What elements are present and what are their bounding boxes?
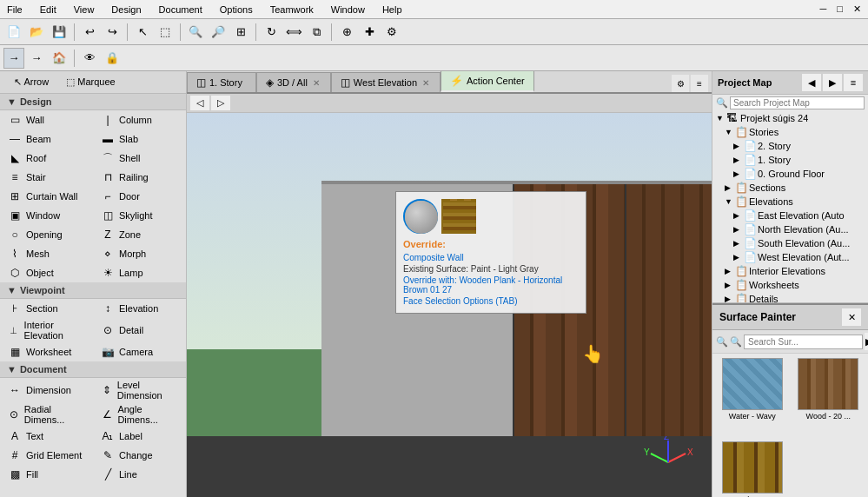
tb-new[interactable]: 📄 (3, 22, 24, 43)
tool-change[interactable]: ✎ Change (93, 446, 186, 465)
tab-settings-btn[interactable]: ⚙ (672, 75, 689, 92)
window-close[interactable]: ✕ (850, 2, 865, 17)
section-document[interactable]: ▼ Document (0, 361, 186, 378)
tb-rotate[interactable]: ↻ (261, 22, 282, 43)
tool-section[interactable]: ⊦ Section (0, 299, 93, 318)
tool-level-dimension[interactable]: ⇕ Level Dimension (93, 378, 186, 402)
tb-undo[interactable]: ↩ (79, 22, 100, 43)
tool-zone[interactable]: Z Zone (93, 225, 186, 244)
tool-camera[interactable]: 📷 Camera (93, 342, 186, 361)
tb-zoom-out[interactable]: 🔎 (208, 22, 229, 43)
tb2-home[interactable]: 🏠 (49, 48, 70, 69)
surface-painter-close[interactable]: ✕ (842, 308, 861, 326)
tab-menu-btn[interactable]: ≡ (691, 75, 708, 92)
menu-design[interactable]: Design (108, 3, 144, 17)
project-search-input[interactable] (730, 96, 865, 109)
tool-roof[interactable]: ◣ Roof (0, 149, 93, 168)
section-viewpoint[interactable]: ▼ Viewpoint (0, 282, 186, 299)
tool-opening[interactable]: ○ Opening (0, 225, 93, 244)
rp-btn-menu[interactable]: ≡ (844, 74, 863, 91)
tb-copy[interactable]: ⧉ (306, 22, 327, 43)
tb2-next-nav[interactable]: → (26, 48, 47, 69)
tool-beam[interactable]: — Beam (0, 129, 93, 149)
tool-column[interactable]: | Column (93, 110, 186, 129)
tool-mesh[interactable]: ⌇ Mesh (0, 244, 93, 263)
menu-teamwork[interactable]: Teamwork (267, 3, 317, 17)
tree-projekt[interactable]: ▼ 🏗 Projekt súgis 24 (712, 111, 868, 125)
viewport[interactable]: Override: Composite Wall Existing Surfac… (187, 113, 712, 497)
tab-west-elevation[interactable]: ◫ West Elevation ✕ (331, 72, 441, 92)
tool-elevation[interactable]: ↕ Elevation (93, 299, 186, 318)
tree-north-elev[interactable]: ▶ 📄 North Elevation (Au... (712, 222, 868, 236)
menu-edit[interactable]: Edit (36, 3, 60, 17)
tool-door[interactable]: ⌐ Door (93, 187, 186, 206)
vmb-forward[interactable]: ▷ (211, 96, 230, 110)
tb2-prev-nav[interactable]: → (3, 48, 24, 69)
tb-arrow[interactable]: ↖ (132, 22, 153, 43)
tool-morph[interactable]: ⋄ Morph (93, 244, 186, 263)
tb-zoom-in[interactable]: 🔍 (185, 22, 206, 43)
tree-story2[interactable]: ▶ 📄 2. Story (712, 139, 868, 153)
tool-radial-dimension[interactable]: ⊙ Radial Dimens... (0, 402, 93, 427)
tool-dimension[interactable]: ↔ Dimension (0, 378, 93, 402)
tool-grid-element[interactable]: # Grid Element (0, 446, 93, 465)
sp-material-wood26[interactable]: Wood - 26 27 (716, 441, 789, 498)
tree-details[interactable]: ▶ 📋 Details (712, 292, 868, 302)
menu-document[interactable]: Document (156, 3, 206, 17)
rp-btn-right[interactable]: ▶ (823, 74, 842, 91)
popup-mat-gray[interactable] (403, 199, 438, 234)
tree-stories[interactable]: ▼ 📋 Stories (712, 125, 868, 139)
tab-1story[interactable]: ◫ 1. Story (187, 72, 256, 92)
tab-west-elevation-close[interactable]: ✕ (421, 78, 431, 88)
popup-override-with[interactable]: Override with: Wooden Plank - Horizontal… (403, 275, 579, 295)
tb-redo[interactable]: ↪ (102, 22, 123, 43)
tb-settings[interactable]: ⚙ (381, 22, 402, 43)
popup-subtitle[interactable]: Composite Wall (403, 253, 579, 262)
section-design[interactable]: ▼ Design (0, 94, 186, 110)
window-restore[interactable]: □ (833, 2, 846, 17)
menu-view[interactable]: View (70, 3, 98, 17)
tb-move[interactable]: ✚ (359, 22, 380, 43)
sp-search-input[interactable] (744, 335, 863, 349)
tool-skylight[interactable]: ◫ Skylight (93, 206, 186, 225)
tb-mirror[interactable]: ⟺ (283, 22, 304, 43)
tree-elevations[interactable]: ▼ 📋 Elevations (712, 195, 868, 209)
tool-line[interactable]: ╱ Line (93, 465, 186, 484)
sp-material-wood20[interactable]: Wood - 20 ... (792, 357, 865, 437)
popup-mat-wood[interactable] (441, 199, 476, 234)
tb-save[interactable]: 💾 (49, 22, 70, 43)
tool-interior-elevation[interactable]: ⟂ Interior Elevation (0, 318, 93, 342)
tool-railing[interactable]: ⊓ Railing (93, 168, 186, 187)
tool-curtainwall[interactable]: ⊞ Curtain Wall (0, 187, 93, 206)
tool-slab[interactable]: ▬ Slab (93, 129, 186, 149)
sp-material-water[interactable]: Water - Wavy (716, 357, 789, 437)
tool-shell[interactable]: ⌒ Shell (93, 149, 186, 168)
tool-angle-dimension[interactable]: ∠ Angle Dimens... (93, 402, 186, 427)
tool-arrow[interactable]: ↖ WallArrow (7, 75, 56, 89)
vmb-back[interactable]: ◁ (190, 96, 209, 110)
tab-3d-close[interactable]: ✕ (311, 78, 321, 88)
menu-file[interactable]: File (3, 3, 26, 17)
popup-face-selection[interactable]: Face Selection Options (TAB) (403, 296, 579, 306)
tool-label[interactable]: A₁ Label (93, 427, 186, 446)
tb-find[interactable]: ⊕ (336, 22, 357, 43)
tree-sections[interactable]: ▶ 📋 Sections (712, 181, 868, 195)
tool-window[interactable]: ▣ Window (0, 206, 93, 225)
tb2-eye[interactable]: 👁 (79, 48, 100, 69)
tb-fit[interactable]: ⊞ (230, 22, 251, 43)
tool-object[interactable]: ⬡ Object (0, 263, 93, 282)
tb-open[interactable]: 📂 (26, 22, 47, 43)
sp-search-btn[interactable]: ▶ (865, 333, 868, 350)
menu-window[interactable]: Window (328, 3, 368, 17)
tab-action-center[interactable]: ⚡ Action Center (441, 71, 534, 92)
menu-help[interactable]: Help (379, 3, 406, 17)
tool-lamp[interactable]: ☀ Lamp (93, 263, 186, 282)
tb-marquee[interactable]: ⬚ (155, 22, 176, 43)
tree-interior-elevs[interactable]: ▶ 📋 Interior Elevations (712, 264, 868, 278)
tool-stair[interactable]: ≡ Stair (0, 168, 93, 187)
tool-wall[interactable]: ▭ Wall (0, 110, 93, 129)
tree-worksheets[interactable]: ▶ 📋 Worksheets (712, 278, 868, 292)
tool-text[interactable]: A Text (0, 427, 93, 446)
tool-detail[interactable]: ⊙ Detail (93, 318, 186, 342)
tool-worksheet[interactable]: ▦ Worksheet (0, 342, 93, 361)
